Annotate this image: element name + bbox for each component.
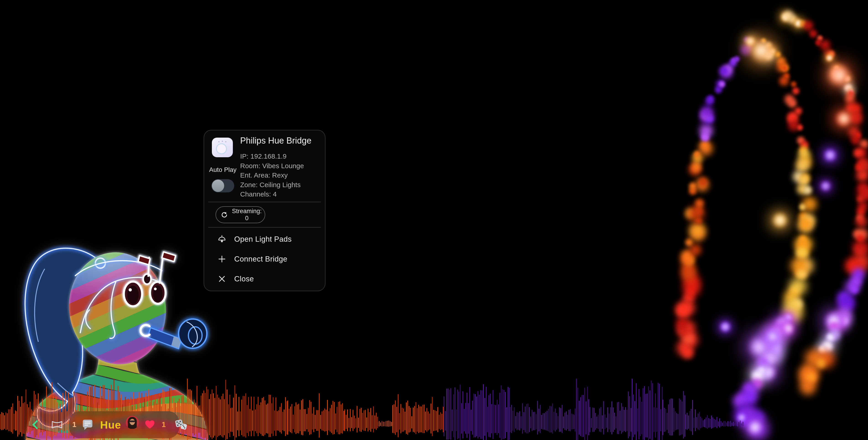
- bridge-info: IP: 192.168.1.9 Room: Vibes Lounge Ent. …: [240, 151, 304, 199]
- heart-icon: [145, 420, 155, 429]
- chat-icon: [82, 419, 93, 431]
- auto-play-toggle[interactable]: [211, 179, 234, 193]
- divider: [208, 227, 321, 228]
- plus-icon: [217, 255, 226, 264]
- randomize-button[interactable]: [174, 416, 188, 432]
- pendant-lamp-icon: [217, 235, 226, 244]
- menu-item-label: Connect Bridge: [234, 255, 287, 263]
- user-avatar-image: [126, 416, 139, 429]
- chevron-left-icon: [31, 419, 40, 430]
- menu-item-close[interactable]: Close: [213, 271, 318, 286]
- hue-bridge-icon: [212, 138, 233, 157]
- info-zone: Zone: Ceiling Lights: [240, 180, 304, 189]
- refresh-icon: [220, 211, 227, 218]
- menu-item-open-light-pads[interactable]: Open Light Pads: [213, 232, 318, 247]
- scene-count: 1: [70, 417, 79, 432]
- info-ip: IP: 192.168.1.9: [240, 151, 304, 161]
- close-icon: [217, 274, 226, 284]
- streaming-status-button[interactable]: Streaming: 0: [216, 206, 265, 223]
- info-room: Room: Vibes Lounge: [240, 161, 304, 171]
- back-button[interactable]: [30, 416, 40, 434]
- bridge-dialog: Philips Hue Bridge IP: 192.168.1.9 Room:…: [204, 130, 326, 291]
- panorama-icon: [51, 419, 63, 430]
- menu-item-label: Close: [234, 274, 254, 283]
- info-ent-area: Ent. Area: Rexy: [240, 171, 304, 180]
- app-title: Hue: [98, 415, 123, 435]
- auto-play-label: Auto Play: [204, 166, 242, 173]
- chat-button[interactable]: [82, 417, 93, 433]
- dice-icon: [174, 418, 188, 431]
- dialog-title: Philips Hue Bridge: [240, 135, 312, 146]
- toggle-knob: [212, 180, 224, 192]
- bottom-toolbar: 1 Hue: [0, 410, 228, 440]
- menu-item-label: Open Light Pads: [234, 235, 292, 243]
- like-button[interactable]: [144, 417, 156, 432]
- menu-item-connect-bridge[interactable]: Connect Bridge: [213, 252, 318, 267]
- avatar[interactable]: [126, 416, 139, 429]
- like-count: 1: [159, 417, 168, 432]
- streaming-label: Streaming: 0: [230, 208, 264, 222]
- info-channels: Channels: 4: [240, 189, 304, 199]
- divider: [208, 202, 321, 202]
- scenes-button[interactable]: [51, 417, 63, 432]
- hue-party-screen: 1 Hue: [0, 0, 868, 440]
